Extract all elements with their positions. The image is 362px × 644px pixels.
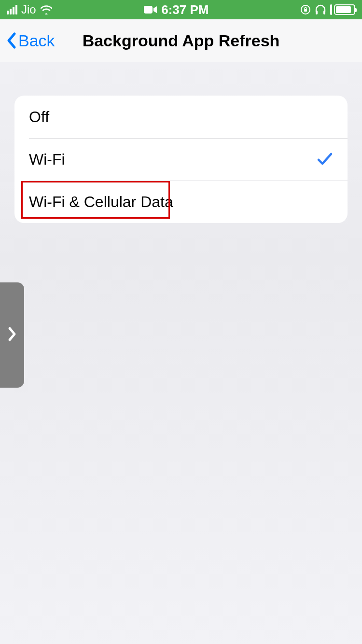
option-wifi[interactable]: Wi-Fi (14, 138, 348, 181)
content-area: Off Wi-Fi Wi-Fi & Cellular Data (0, 62, 362, 223)
chevron-right-icon (7, 324, 17, 346)
option-off[interactable]: Off (14, 96, 348, 138)
chevron-left-icon (6, 31, 17, 50)
back-label: Back (18, 31, 55, 50)
back-button[interactable]: Back (6, 31, 55, 50)
headphones-icon (315, 4, 326, 15)
option-wifi-cellular[interactable]: Wi-Fi & Cellular Data (14, 181, 348, 223)
wifi-icon (40, 5, 53, 14)
checkmark-icon (317, 152, 333, 167)
svg-rect-0 (144, 6, 153, 14)
battery-icon (334, 4, 355, 15)
option-label: Wi-Fi (29, 151, 65, 168)
side-drawer-handle[interactable] (0, 282, 24, 388)
status-center: 6:37 PM (144, 2, 209, 17)
svg-rect-4 (323, 11, 325, 14)
cellular-signal-icon (7, 5, 17, 14)
status-right (300, 4, 355, 15)
nav-header: Back Background App Refresh (0, 19, 362, 62)
options-list: Off Wi-Fi Wi-Fi & Cellular Data (14, 96, 348, 223)
svg-rect-3 (316, 11, 318, 14)
option-label: Off (29, 108, 49, 126)
clock-time: 6:37 PM (161, 2, 209, 17)
option-label: Wi-Fi & Cellular Data (29, 193, 173, 211)
status-left: Jio (7, 3, 53, 16)
carrier-label: Jio (21, 3, 36, 16)
portrait-indicator-icon (330, 4, 332, 15)
svg-rect-2 (304, 9, 307, 12)
video-icon (144, 5, 157, 14)
status-bar: Jio 6:37 PM (0, 0, 362, 19)
orientation-lock-icon (300, 4, 311, 15)
